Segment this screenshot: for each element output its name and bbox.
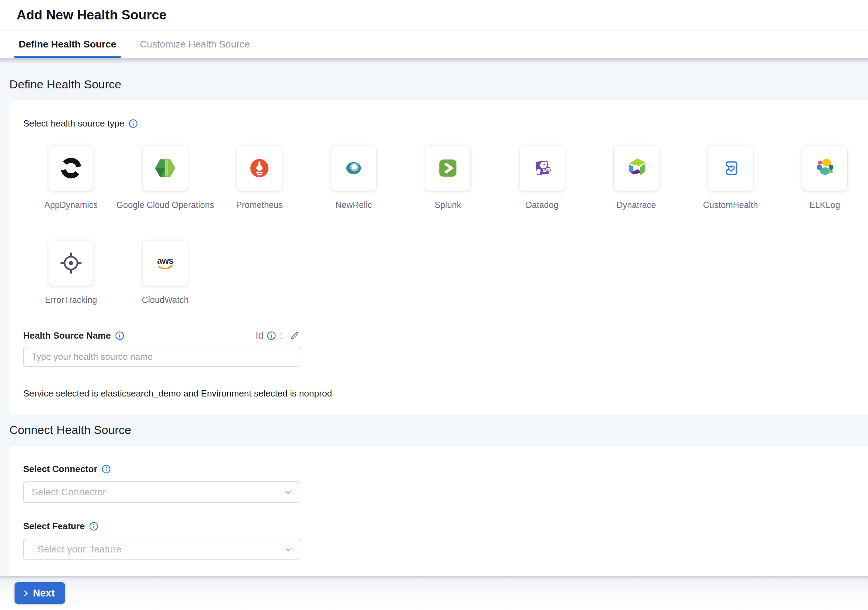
health-source-type-cloudwatch[interactable]: aws CloudWatch xyxy=(118,241,212,305)
cloudwatch-icon: aws xyxy=(143,241,188,286)
id-colon: : xyxy=(279,330,282,341)
google-cloud-operations-icon xyxy=(143,146,188,191)
select-connector-label: Select Connector xyxy=(23,464,97,475)
tile-label: Datadog xyxy=(526,200,559,210)
health-source-name-label: Health Source Name xyxy=(23,330,111,341)
health-source-type-dynatrace[interactable]: Dynatrace xyxy=(589,146,684,210)
dynatrace-icon xyxy=(614,146,659,191)
tab-customize-health-source[interactable]: Customize Health Source xyxy=(140,31,250,58)
define-health-source-panel: Select health source type AppDynamics xyxy=(9,100,868,415)
connector-select-placeholder: Select Connector xyxy=(31,487,106,498)
tile-label: Google Cloud Operations xyxy=(116,200,214,210)
newrelic-icon xyxy=(331,146,376,191)
feature-select-placeholder: - Select your feature - xyxy=(31,544,127,555)
footer-bar: Next xyxy=(0,576,868,610)
tile-label: AppDynamics xyxy=(44,200,98,210)
select-connector-label-row: Select Connector xyxy=(23,464,859,475)
tile-label: CustomHealth xyxy=(703,200,758,210)
tile-label: CloudWatch xyxy=(142,295,188,305)
errortracking-icon xyxy=(48,241,93,286)
tab-bar: Define Health Source Customize Health So… xyxy=(0,31,868,58)
chevron-right-icon xyxy=(22,589,29,597)
tile-label: Prometheus xyxy=(236,200,283,210)
chevron-down-icon xyxy=(283,487,293,497)
health-source-type-datadog[interactable]: Datadog xyxy=(495,146,589,210)
next-button[interactable]: Next xyxy=(14,582,65,604)
health-source-type-splunk[interactable]: Splunk xyxy=(401,146,495,210)
health-source-name-label-row: Health Source Name xyxy=(23,330,124,341)
prometheus-icon xyxy=(237,146,282,191)
health-source-type-prometheus[interactable]: Prometheus xyxy=(212,146,307,210)
content-area: Define Health Source Select health sourc… xyxy=(0,59,868,610)
id-label: Id xyxy=(256,330,264,341)
health-source-name-row: Health Source Name Id : xyxy=(23,330,300,341)
select-type-label: Select health source type xyxy=(23,118,124,129)
define-section-heading: Define Health Source xyxy=(9,78,868,91)
health-source-type-customhealth[interactable]: CustomHealth xyxy=(684,146,778,210)
feature-select[interactable]: - Select your feature - xyxy=(23,539,300,560)
customhealth-icon xyxy=(708,146,753,191)
info-icon[interactable] xyxy=(129,119,138,128)
info-icon[interactable] xyxy=(101,464,111,474)
svg-text:aws: aws xyxy=(157,255,173,266)
health-source-type-grid: AppDynamics Google Cloud Operations xyxy=(24,146,859,305)
info-icon[interactable] xyxy=(267,331,276,340)
health-source-type-appdynamics[interactable]: AppDynamics xyxy=(24,146,118,210)
tab-define-health-source[interactable]: Define Health Source xyxy=(19,31,116,58)
page-title: Add New Health Source xyxy=(17,8,167,23)
connect-health-source-panel: Select Connector Select Connector Select… xyxy=(9,446,868,576)
info-icon[interactable] xyxy=(115,331,124,340)
tile-label: ELKLog xyxy=(809,200,840,210)
modal-header: Add New Health Source xyxy=(0,0,868,31)
tile-label: Splunk xyxy=(435,200,461,210)
health-source-type-elklog[interactable]: ELKLog xyxy=(778,146,868,210)
service-environment-note: Service selected is elasticsearch_demo a… xyxy=(23,388,859,399)
next-button-label: Next xyxy=(33,587,55,599)
datadog-icon xyxy=(519,146,564,191)
chevron-down-icon xyxy=(283,544,293,554)
health-source-type-newrelic[interactable]: NewRelic xyxy=(307,146,401,210)
info-icon[interactable] xyxy=(89,522,98,531)
connector-select[interactable]: Select Connector xyxy=(23,481,300,503)
tile-label: Dynatrace xyxy=(617,200,656,210)
select-feature-label-row: Select Feature xyxy=(23,521,859,532)
id-group: Id : xyxy=(256,330,300,341)
tile-label: ErrorTracking xyxy=(45,295,97,305)
select-feature-label: Select Feature xyxy=(23,521,85,532)
connect-section-heading: Connect Health Source xyxy=(9,423,868,437)
select-type-label-row: Select health source type xyxy=(23,118,859,129)
health-source-type-errortracking[interactable]: ErrorTracking xyxy=(24,241,118,305)
appdynamics-icon xyxy=(48,146,93,191)
health-source-name-input[interactable] xyxy=(23,346,300,367)
edit-id-pencil-icon[interactable] xyxy=(289,330,300,341)
health-source-type-google-cloud-operations[interactable]: Google Cloud Operations xyxy=(118,146,212,210)
elklog-icon xyxy=(802,146,847,191)
tile-label: NewRelic xyxy=(335,200,372,210)
splunk-icon xyxy=(425,146,470,191)
